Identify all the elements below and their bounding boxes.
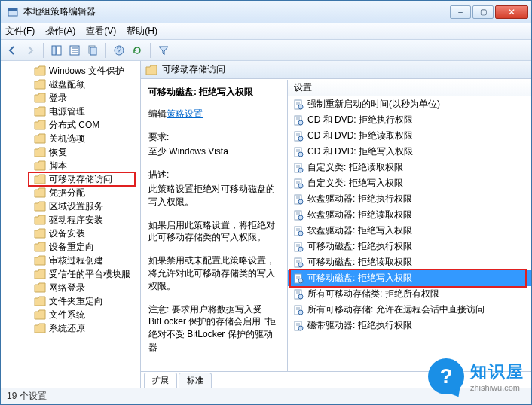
help-button[interactable]: ? bbox=[111, 42, 127, 59]
tree-item-label: 磁盘配额 bbox=[49, 78, 85, 91]
policy-icon bbox=[292, 304, 304, 316]
policy-icon bbox=[292, 225, 304, 237]
tree-item[interactable]: 系统还原 bbox=[1, 321, 140, 335]
filter-button[interactable] bbox=[155, 42, 172, 59]
settings-item[interactable]: CD 和 DVD: 拒绝写入权限 bbox=[288, 144, 531, 160]
settings-item-label: CD 和 DVD: 拒绝读取权限 bbox=[307, 129, 413, 142]
tree-item[interactable]: 分布式 COM bbox=[1, 118, 140, 132]
properties-button[interactable] bbox=[66, 42, 83, 59]
svg-text:?: ? bbox=[117, 45, 122, 56]
settings-item-label: 所有可移动存储类: 拒绝所有权限 bbox=[307, 288, 439, 300]
settings-item[interactable]: 软盘驱动器: 拒绝读取权限 bbox=[288, 207, 531, 223]
menu-help[interactable]: 帮助(H) bbox=[127, 25, 157, 38]
settings-item-label: 自定义类: 拒绝读取权限 bbox=[307, 161, 403, 174]
titlebar[interactable]: 本地组策略编辑器 – ▢ ✕ bbox=[1, 1, 531, 23]
settings-item[interactable]: 磁带驱动器: 拒绝执行权限 bbox=[288, 318, 531, 333]
tree-item[interactable]: 文件夹重定向 bbox=[1, 294, 140, 308]
svg-point-71 bbox=[298, 326, 303, 330]
settings-item[interactable]: 自定义类: 拒绝读取权限 bbox=[288, 160, 531, 175]
tree-item[interactable]: 审核过程创建 bbox=[1, 254, 140, 267]
svg-point-51 bbox=[298, 247, 303, 251]
tree-item[interactable]: 文件系统 bbox=[1, 308, 140, 321]
settings-item-label: 软盘驱动器: 拒绝写入权限 bbox=[307, 224, 412, 237]
tree-item[interactable]: 设备安装 bbox=[1, 227, 140, 240]
tree-item-label: 登录 bbox=[49, 92, 67, 105]
policy-icon bbox=[292, 209, 304, 221]
svg-point-15 bbox=[298, 105, 303, 109]
settings-header[interactable]: 设置 bbox=[288, 80, 531, 96]
tree-item[interactable]: 登录 bbox=[1, 91, 140, 105]
folder-icon bbox=[145, 65, 157, 75]
tree-item-label: Windows 文件保护 bbox=[49, 65, 124, 78]
tree-panel[interactable]: Windows 文件保护磁盘配额登录电源管理分布式 COM关机选项恢复脚本可移动… bbox=[1, 61, 141, 388]
settings-item[interactable]: 可移动磁盘: 拒绝执行权限 bbox=[288, 239, 531, 254]
edit-policy-link[interactable]: 策略设置 bbox=[167, 108, 203, 119]
tree-item[interactable]: 关机选项 bbox=[1, 132, 140, 145]
settings-item[interactable]: 可移动磁盘: 拒绝读取权限 bbox=[288, 254, 531, 270]
tree-item-label: 关机选项 bbox=[49, 132, 85, 145]
settings-item-label: 磁带驱动器: 拒绝执行权限 bbox=[307, 319, 412, 332]
settings-item[interactable]: CD 和 DVD: 拒绝执行权限 bbox=[288, 112, 531, 128]
settings-item[interactable]: 所有可移动存储: 允许在远程会话中直接访问 bbox=[288, 302, 531, 318]
tree-item[interactable]: 脚本 bbox=[1, 159, 140, 172]
svg-point-39 bbox=[298, 199, 303, 204]
menubar: 文件(F) 操作(A) 查看(V) 帮助(H) bbox=[1, 23, 531, 40]
forward-button[interactable] bbox=[22, 42, 38, 59]
settings-item[interactable]: 可移动磁盘: 拒绝写入权限 bbox=[288, 270, 531, 286]
settings-item[interactable]: 软盘驱动器: 拒绝执行权限 bbox=[288, 191, 531, 207]
svg-rect-9 bbox=[90, 47, 96, 55]
tree-item[interactable]: 驱动程序安装 bbox=[1, 213, 140, 227]
content-header: 可移动存储访问 bbox=[141, 61, 531, 79]
svg-point-67 bbox=[298, 310, 303, 315]
back-button[interactable] bbox=[4, 42, 20, 59]
settings-item[interactable]: 软盘驱动器: 拒绝写入权限 bbox=[288, 223, 531, 239]
show-hide-tree-button[interactable] bbox=[48, 42, 65, 59]
settings-panel: 设置 强制重新启动的时间(以秒为单位)CD 和 DVD: 拒绝执行权限CD 和 … bbox=[288, 80, 531, 371]
tree-item-label: 设备安装 bbox=[49, 227, 85, 240]
settings-item[interactable]: 自定义类: 拒绝写入权限 bbox=[288, 175, 531, 191]
content-panel: 可移动存储访问 可移动磁盘: 拒绝写入权限 编辑策略设置 要求: 至少 Wind… bbox=[141, 61, 531, 388]
settings-item-label: 自定义类: 拒绝写入权限 bbox=[307, 177, 403, 190]
maximize-button[interactable]: ▢ bbox=[472, 5, 494, 19]
menu-view[interactable]: 查看(V) bbox=[86, 25, 116, 38]
tree-item-label: 驱动程序安装 bbox=[49, 214, 103, 227]
description-p3: 如果禁用或未配置此策略设置，将允许对此可移动存储类的写入权限。 bbox=[148, 254, 280, 292]
settings-item-label: 强制重新启动的时间(以秒为单位) bbox=[307, 98, 440, 111]
svg-point-59 bbox=[298, 279, 303, 283]
svg-point-35 bbox=[298, 184, 303, 188]
toolbar: ? bbox=[1, 40, 531, 61]
settings-item[interactable]: 强制重新启动的时间(以秒为单位) bbox=[288, 96, 531, 112]
svg-rect-2 bbox=[52, 46, 56, 55]
refresh-button[interactable] bbox=[129, 42, 145, 59]
minimize-button[interactable]: – bbox=[450, 5, 471, 19]
tree-item[interactable]: 磁盘配额 bbox=[1, 78, 140, 91]
tree-item-label: 电源管理 bbox=[49, 105, 85, 118]
policy-icon bbox=[292, 178, 304, 190]
settings-item[interactable]: 所有可移动存储类: 拒绝所有权限 bbox=[288, 286, 531, 302]
requirements-label: 要求: bbox=[148, 131, 280, 144]
tree-item[interactable]: 恢复 bbox=[1, 145, 140, 159]
tree-item-label: 设备重定向 bbox=[49, 241, 94, 254]
policy-title: 可移动磁盘: 拒绝写入权限 bbox=[148, 86, 280, 99]
menu-file[interactable]: 文件(F) bbox=[5, 25, 35, 38]
tree-item[interactable]: 设备重定向 bbox=[1, 240, 140, 254]
svg-point-63 bbox=[298, 294, 303, 299]
tab-extended[interactable]: 扩展 bbox=[144, 373, 177, 388]
tree-item[interactable]: 区域设置服务 bbox=[1, 199, 140, 213]
close-button[interactable]: ✕ bbox=[495, 5, 528, 19]
tree-item-label: 脚本 bbox=[49, 160, 67, 172]
tree-item[interactable]: Windows 文件保护 bbox=[1, 64, 140, 78]
tree-item[interactable]: 凭据分配 bbox=[1, 186, 140, 199]
tabs-row: 扩展 标准 bbox=[141, 371, 531, 388]
policy-icon bbox=[292, 99, 304, 111]
tab-standard[interactable]: 标准 bbox=[179, 373, 212, 388]
tree-item-label: 区域设置服务 bbox=[49, 200, 103, 213]
settings-item[interactable]: CD 和 DVD: 拒绝读取权限 bbox=[288, 128, 531, 144]
settings-list[interactable]: 强制重新启动的时间(以秒为单位)CD 和 DVD: 拒绝执行权限CD 和 DVD… bbox=[288, 96, 531, 371]
menu-action[interactable]: 操作(A) bbox=[45, 25, 75, 38]
tree-item[interactable]: 可移动存储访问 bbox=[1, 172, 140, 186]
tree-item[interactable]: 电源管理 bbox=[1, 105, 140, 118]
export-button[interactable] bbox=[84, 42, 101, 59]
tree-item[interactable]: 网络登录 bbox=[1, 281, 140, 294]
tree-item[interactable]: 受信任的平台模块服 bbox=[1, 267, 140, 281]
